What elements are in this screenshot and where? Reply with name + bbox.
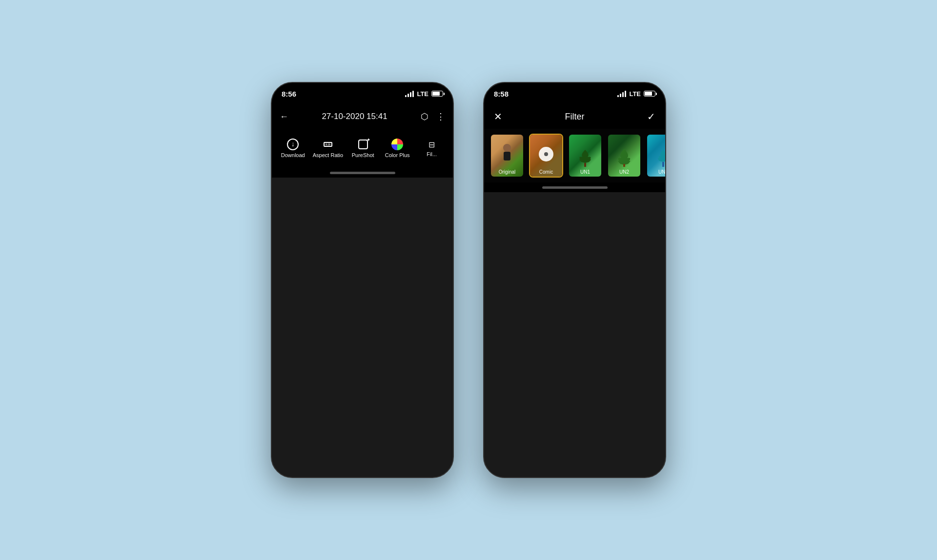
signal-bar-1 bbox=[405, 95, 407, 97]
filter-un2[interactable]: UN2 bbox=[607, 134, 641, 178]
filter-un3[interactable]: UN3 bbox=[646, 134, 665, 178]
close-button[interactable]: ✕ bbox=[494, 111, 502, 122]
download-tool[interactable]: ↓ Download bbox=[278, 139, 307, 158]
colorplus-icon bbox=[391, 139, 403, 150]
un1-label: UN1 bbox=[569, 169, 601, 175]
signal-bars-right bbox=[617, 91, 626, 97]
signal-bar-2 bbox=[407, 94, 409, 97]
header-title-left: 27-10-2020 15:41 bbox=[322, 112, 387, 121]
header-icons-left: ⬡ ⋮ bbox=[421, 111, 445, 122]
home-indicator-left bbox=[272, 168, 453, 178]
aspect-ratio-icon: 9:16 bbox=[322, 139, 334, 150]
share-icon-left[interactable]: ⬡ bbox=[421, 111, 428, 122]
lte-label-right: LTE bbox=[629, 90, 641, 98]
aspect-box: 9:16 bbox=[324, 142, 332, 147]
signal-bar-3 bbox=[410, 92, 411, 97]
pureshot-label: PureShot bbox=[352, 152, 374, 158]
signal-bar-r4 bbox=[625, 91, 626, 97]
toolbar-left: ↓ Download 9:16 Aspect Ratio ✦ Pur bbox=[272, 129, 453, 168]
filter-title: Filter bbox=[565, 112, 585, 122]
original-label: Original bbox=[491, 169, 523, 175]
un2-label: UN2 bbox=[608, 169, 640, 175]
home-bar-right bbox=[542, 186, 608, 189]
filter-original[interactable]: Original bbox=[490, 134, 524, 178]
download-icon: ↓ bbox=[287, 139, 299, 150]
colorplus-tool[interactable]: Color Plus bbox=[383, 139, 412, 158]
filter-icon: ⊟ bbox=[427, 140, 437, 149]
filter-comic[interactable]: Comic bbox=[529, 134, 563, 178]
filter-label: Fil... bbox=[427, 151, 437, 157]
signal-bar-r1 bbox=[617, 95, 619, 97]
signal-bar-4 bbox=[412, 91, 414, 97]
back-button-left[interactable]: ← bbox=[280, 112, 288, 122]
ps-star: ✦ bbox=[367, 137, 370, 142]
colorplus-label: Color Plus bbox=[385, 152, 410, 158]
svg-rect-11 bbox=[662, 162, 664, 167]
battery-fill-left bbox=[432, 92, 440, 96]
un1-tree bbox=[575, 147, 595, 167]
status-bar-left: 8:56 LTE bbox=[272, 83, 453, 104]
aspect-ratio-label: Aspect Ratio bbox=[313, 152, 343, 158]
signal-bar-r3 bbox=[622, 92, 624, 97]
un3-tree bbox=[653, 147, 665, 167]
filter-thumbnails: Original Comic UN1 bbox=[484, 129, 665, 182]
battery-fill-right bbox=[645, 92, 652, 96]
signal-bars-left bbox=[405, 91, 414, 97]
download-label: Download bbox=[281, 152, 305, 158]
svg-point-7 bbox=[503, 144, 511, 152]
filter-tool[interactable]: ⊟ Fil... bbox=[417, 140, 447, 157]
status-right-right: LTE bbox=[617, 90, 655, 98]
lte-label-left: LTE bbox=[417, 90, 428, 98]
pureshot-icon: ✦ bbox=[357, 139, 369, 150]
home-indicator-right bbox=[484, 182, 665, 192]
home-bar-left bbox=[330, 172, 395, 174]
un3-label: UN3 bbox=[647, 169, 665, 175]
time-left: 8:56 bbox=[282, 90, 296, 98]
left-phone: 8:56 LTE ← 27-10-2020 15:41 ⬡ ⋮ bbox=[271, 82, 454, 478]
confirm-button[interactable]: ✓ bbox=[647, 111, 655, 122]
comic-circle bbox=[539, 147, 553, 161]
svg-rect-9 bbox=[584, 163, 586, 167]
time-right: 8:58 bbox=[494, 90, 509, 98]
filter-un1[interactable]: UN1 bbox=[568, 134, 602, 178]
more-icon-left[interactable]: ⋮ bbox=[436, 111, 445, 122]
filter-header: ✕ Filter ✓ bbox=[484, 104, 665, 129]
comic-label: Comic bbox=[530, 169, 562, 175]
signal-bar-r2 bbox=[620, 94, 621, 97]
original-person bbox=[500, 143, 514, 167]
svg-rect-10 bbox=[623, 164, 625, 167]
svg-rect-8 bbox=[504, 152, 510, 160]
pureshot-tool[interactable]: ✦ PureShot bbox=[348, 139, 378, 158]
battery-left bbox=[431, 91, 443, 97]
header-bar-left: ← 27-10-2020 15:41 ⬡ ⋮ bbox=[272, 104, 453, 129]
right-phone: 8:58 LTE ✕ Filter ✓ bbox=[483, 82, 666, 478]
status-right-left: LTE bbox=[405, 90, 443, 98]
comic-dot bbox=[544, 152, 548, 156]
status-bar-right: 8:58 LTE bbox=[484, 83, 665, 104]
battery-right bbox=[644, 91, 655, 97]
un2-tree bbox=[614, 147, 634, 167]
aspect-ratio-tool[interactable]: 9:16 Aspect Ratio bbox=[313, 139, 343, 158]
